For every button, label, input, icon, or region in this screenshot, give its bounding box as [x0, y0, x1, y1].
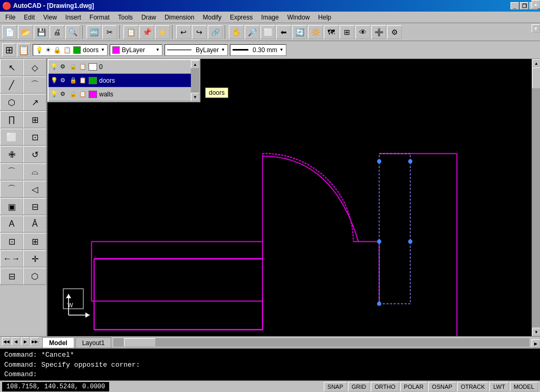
tool-draw-order[interactable]: ⬡	[0, 94, 23, 111]
command-input[interactable]	[37, 370, 536, 378]
tool-mtext[interactable]: Ā	[23, 215, 46, 232]
toolbar-btn-viewports[interactable]: ⊞	[340, 25, 354, 39]
toolbar-btn-cut[interactable]: ✂	[102, 25, 117, 39]
toolbar-btn-zoom-plus[interactable]: ➕	[371, 25, 386, 39]
layer-row-walls[interactable]: 💡⚙🔒📋walls	[49, 87, 199, 101]
command-input-row[interactable]: Command:	[4, 370, 536, 378]
menu-item-image[interactable]: Image	[257, 13, 283, 22]
toolbar-btn-copy[interactable]: 📋	[123, 25, 138, 39]
tool-id[interactable]: ✛	[23, 250, 46, 267]
tool-copy[interactable]: ✙	[0, 146, 23, 163]
tab-layout1[interactable]: Layout1	[75, 337, 112, 348]
h-scroll-thumb[interactable]	[124, 338, 156, 347]
toolbar-btn-open[interactable]: 📂	[18, 25, 33, 39]
status-btn-polar[interactable]: POLAR	[400, 382, 427, 391]
menu-item-file[interactable]: File	[1, 13, 20, 22]
status-btn-ortho[interactable]: ORTHO	[371, 382, 399, 391]
tool-rotate[interactable]: ↺	[23, 146, 46, 163]
toolbar-btn-print-preview[interactable]: 🔍	[65, 25, 80, 39]
popup-scroll-down[interactable]: ▼	[191, 93, 199, 101]
toolbar-btn-namedviews[interactable]: 👁	[355, 25, 370, 39]
toolbar-btn-match-prop[interactable]: ⚡	[155, 25, 170, 39]
toolbar-btn-undo[interactable]: ↩	[176, 25, 191, 39]
status-btn-model[interactable]: MODEL	[510, 382, 538, 391]
layer-states-icon[interactable]: 📋	[17, 43, 31, 57]
tab-model[interactable]: Model	[42, 337, 74, 348]
menu-item-format[interactable]: Format	[85, 13, 114, 22]
toolbar-btn-zoom-window[interactable]: ⬜	[261, 25, 275, 39]
scroll-up-button[interactable]: ▲	[532, 59, 540, 67]
menu-item-dimension[interactable]: Dimension	[160, 13, 199, 22]
tool-extend[interactable]: ⊡	[23, 129, 46, 145]
menu-item-tools[interactable]: Tools	[114, 13, 137, 22]
popup-scroll-track[interactable]	[191, 68, 199, 93]
tool-array[interactable]: ⌒	[0, 163, 23, 180]
toolbar-btn-pan[interactable]: ✋	[229, 25, 244, 39]
toolbar-btn-redo[interactable]: ↪	[192, 25, 207, 39]
toolbar-btn-new[interactable]: 📄	[2, 25, 17, 39]
toolbar-btn-aerial[interactable]: 🗺	[324, 25, 339, 39]
linetype-dropdown[interactable]: ByLayer ▼	[165, 44, 228, 56]
first-layout-button[interactable]: ◀◀	[2, 337, 11, 346]
scroll-track[interactable]	[532, 67, 540, 328]
layer-row-doors[interactable]: 💡⚙🔒📋doors	[49, 74, 199, 87]
layer-popup[interactable]: ▲▼💡⚙🔒📋0doors💡⚙🔒📋doors💡⚙🔒📋walls	[47, 59, 200, 102]
menu-item-modify[interactable]: Modify	[199, 13, 226, 22]
tool-trim[interactable]: ⬜	[0, 129, 23, 145]
toolbar-btn-zoom-realtime[interactable]: 🔎	[245, 25, 259, 39]
layer-manager-icon[interactable]: ⊞	[2, 43, 16, 57]
next-layout-button[interactable]: ▶	[21, 337, 30, 346]
color-dropdown[interactable]: ByLayer ▼	[110, 44, 162, 56]
tool-xref[interactable]: ⊞	[23, 233, 46, 250]
toolbar-btn-save[interactable]: 💾	[34, 25, 49, 39]
toolbar-btn-paste[interactable]: 📌	[139, 25, 154, 39]
toolbar-btn-spell[interactable]: 🔤	[86, 25, 101, 39]
status-btn-otrack[interactable]: OTRACK	[457, 382, 489, 391]
tool-insert[interactable]: ⊡	[0, 233, 23, 250]
tool-dbconnect[interactable]: ⬡	[23, 268, 46, 285]
maximize-button[interactable]: ❐	[520, 2, 528, 9]
lineweight-dropdown[interactable]: 0.30 mm ▼	[230, 44, 286, 56]
tool-region[interactable]: ⊟	[23, 198, 46, 215]
toolbar-btn-print[interactable]: 🖨	[50, 25, 64, 39]
menu-item-draw[interactable]: Draw	[137, 13, 160, 22]
menu-item-insert[interactable]: Insert	[61, 13, 85, 22]
status-btn-lwt[interactable]: LWT	[489, 382, 508, 391]
tool-select[interactable]: ↖	[0, 59, 23, 76]
toolbar-btn-3dorbit[interactable]: 🔄	[292, 25, 307, 39]
scroll-down-button[interactable]: ▼	[532, 328, 540, 336]
minimize-button[interactable]: _	[510, 2, 519, 9]
tool-properties[interactable]: ⊟	[0, 268, 23, 285]
layer-row-0[interactable]: 💡⚙🔒📋0	[49, 60, 199, 74]
status-btn-snap[interactable]: SNAP	[324, 382, 347, 391]
menu-item-help[interactable]: Help	[314, 13, 335, 22]
status-btn-osnap[interactable]: OSNAP	[428, 382, 456, 391]
toolbar-btn-hyperlink[interactable]: 🔗	[208, 25, 223, 39]
scroll-thumb[interactable]	[532, 67, 540, 89]
tool-polyline[interactable]: ⌒	[23, 76, 46, 93]
tool-dist[interactable]: ←→	[0, 250, 23, 267]
tool-text[interactable]: A	[0, 215, 23, 232]
toolbar-btn-extra[interactable]: ⚙	[387, 25, 402, 39]
tool-scale[interactable]: ⌓	[23, 163, 46, 180]
tool-mirror[interactable]: ⊞	[23, 111, 46, 128]
canvas-area[interactable]: W ▲▼💡⚙🔒📋0doors💡⚙🔒📋doors💡⚙🔒📋walls	[47, 59, 532, 336]
menu-item-view[interactable]: View	[39, 13, 61, 22]
cmd-scroll-down[interactable]: ▼	[532, 24, 540, 33]
tool-line[interactable]: ╱	[0, 76, 23, 93]
cmd-scroll-up[interactable]: ▲	[532, 0, 540, 8]
menu-item-edit[interactable]: Edit	[20, 13, 39, 22]
toolbar-btn-shade[interactable]: 🔆	[308, 25, 323, 39]
tool-hatch[interactable]: ▣	[0, 198, 23, 215]
toolbar-btn-zoom-prev[interactable]: ⬅	[276, 25, 291, 39]
tool-offset[interactable]: ∏	[0, 111, 23, 128]
tool-fillet[interactable]: ⌒	[0, 181, 23, 198]
status-btn-grid[interactable]: GRID	[348, 382, 370, 391]
layer-dropdown[interactable]: 💡 ☀ 🔒 📋 doors ▼	[33, 44, 108, 56]
prev-layout-button[interactable]: ◀	[12, 337, 20, 346]
popup-scroll-up[interactable]: ▲	[191, 60, 199, 68]
tool-break[interactable]: ↗	[23, 94, 46, 111]
scroll-right-button[interactable]: ▶	[532, 339, 540, 348]
h-scroll-track[interactable]	[113, 338, 529, 347]
menu-item-express[interactable]: Express	[226, 13, 257, 22]
